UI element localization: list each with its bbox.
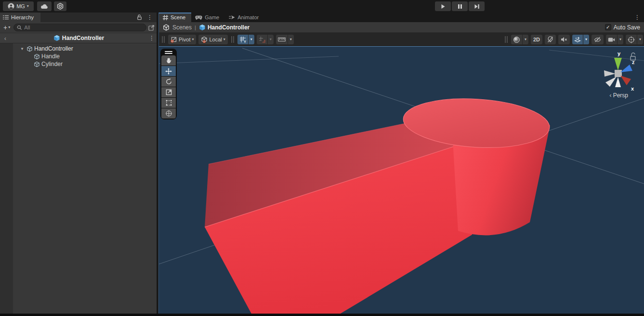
prefab-cube-icon	[199, 24, 206, 31]
gizmos-icon	[628, 36, 635, 43]
tab-scene[interactable]: Scene	[159, 13, 191, 22]
rotate-icon	[165, 78, 172, 85]
breadcrumb-scenes[interactable]: Scenes	[172, 24, 192, 31]
breadcrumb-current[interactable]: HandController	[199, 24, 250, 31]
palette-drag-handle[interactable]	[161, 50, 176, 55]
scene-visibility-button[interactable]	[591, 35, 604, 44]
draw-mode-caret[interactable]: ▾	[523, 35, 528, 44]
hand-controller-object[interactable]	[205, 95, 551, 314]
drag-handle-icon[interactable]	[231, 36, 234, 43]
pause-icon	[458, 4, 462, 9]
drag-handle-icon[interactable]	[162, 36, 165, 43]
tab-animator[interactable]: Animator	[225, 13, 264, 22]
grid-toggle-button[interactable]: Y	[237, 35, 248, 44]
auto-save-checkbox[interactable]: ✓	[605, 24, 611, 30]
scene-viewport[interactable]: y z x ‹ Persp	[159, 46, 644, 314]
2d-toggle-button[interactable]: 2D	[531, 35, 542, 44]
caret-icon: ▾	[270, 38, 272, 41]
projection-toggle[interactable]: ‹ Persp	[609, 92, 628, 99]
cloud-button[interactable]	[37, 1, 52, 11]
tree-row-handle[interactable]: Handle	[0, 53, 157, 60]
measure-button[interactable]	[276, 35, 288, 44]
light-off-icon	[547, 36, 553, 43]
move-icon	[165, 67, 172, 75]
tree-row-cylinder[interactable]: Cylinder	[0, 60, 157, 68]
scene-toolbar: Pivot ▾ Local ▾ Y	[159, 33, 644, 46]
unlock-icon[interactable]	[137, 14, 142, 20]
add-object-caret-icon: ▾	[8, 26, 10, 29]
pause-button[interactable]	[452, 1, 468, 11]
lighting-toggle-button[interactable]	[545, 35, 556, 44]
scale-tool[interactable]	[161, 87, 176, 97]
grid-options-caret[interactable]: ▾	[249, 35, 254, 44]
prefab-menu-button[interactable]: ⋮	[147, 35, 157, 41]
rect-tool-icon	[165, 99, 172, 106]
view-hand-tool[interactable]	[161, 55, 176, 66]
effects-toggle-button[interactable]	[572, 35, 583, 44]
effects-icon	[574, 36, 581, 43]
axis-x-cone[interactable]	[620, 76, 631, 85]
shading-sphere-icon	[513, 36, 520, 43]
picker-icon[interactable]	[148, 25, 155, 31]
step-button[interactable]	[469, 1, 485, 11]
local-dropdown[interactable]: Local ▾	[198, 35, 227, 44]
scene-menu-button[interactable]: ⋮	[634, 14, 640, 21]
axis-y-cone[interactable]	[614, 58, 622, 70]
local-cube-icon	[201, 36, 208, 43]
animator-icon	[229, 15, 235, 20]
snap-options-caret[interactable]: ▾	[268, 35, 274, 44]
hierarchy-tree: ▼ HandController Handle Cylin	[0, 43, 157, 314]
gamepad-icon	[195, 15, 202, 20]
hidden-eye-icon	[594, 37, 601, 42]
search-input[interactable]	[24, 25, 143, 30]
scene-render	[159, 47, 644, 314]
pivot-icon	[171, 36, 177, 43]
play-icon	[440, 4, 446, 9]
auto-save-label: Auto Save	[614, 24, 640, 31]
gameobject-cube-icon	[34, 53, 40, 60]
hierarchy-search[interactable]	[13, 24, 146, 31]
audio-toggle-button[interactable]	[558, 35, 570, 44]
snap-toggle-button[interactable]	[257, 35, 267, 44]
tool-palette	[160, 49, 177, 119]
check-icon: ✓	[606, 25, 610, 30]
tab-game[interactable]: Game	[191, 13, 225, 22]
gameobject-cube-icon	[26, 46, 33, 52]
prefab-back-button[interactable]: ‹	[0, 33, 11, 43]
move-tool[interactable]	[161, 66, 176, 76]
auto-save-toggle[interactable]: ✓ Auto Save	[605, 24, 640, 31]
play-button[interactable]	[435, 1, 451, 11]
transform-tool[interactable]	[161, 108, 176, 118]
gizmos-caret[interactable]: ▾	[637, 35, 643, 44]
plus-icon: +	[3, 24, 7, 31]
add-object-button[interactable]: + ▾	[2, 24, 12, 31]
expand-triangle-icon[interactable]: ▼	[20, 47, 25, 51]
settings-button[interactable]	[54, 1, 66, 11]
measure-caret[interactable]: ▾	[288, 35, 294, 44]
pivot-dropdown[interactable]: Pivot ▾	[168, 35, 196, 44]
account-button[interactable]: MG ▾	[3, 1, 34, 11]
camera-caret[interactable]: ▾	[618, 35, 623, 44]
tree-row-handcontroller[interactable]: ▼ HandController	[0, 45, 157, 53]
tab-game-label: Game	[205, 14, 219, 20]
user-icon	[8, 3, 14, 10]
2d-label: 2D	[533, 37, 540, 42]
orientation-gizmo[interactable]: y z x	[596, 50, 641, 98]
caret-icon: ▾	[619, 38, 621, 41]
draw-mode-control: ▾	[511, 35, 528, 44]
caret-icon: ▾	[525, 38, 526, 41]
drag-handle-icon[interactable]	[505, 36, 508, 43]
caret-icon: ▾	[250, 38, 252, 41]
gizmos-button[interactable]	[626, 35, 637, 44]
tree-label: Cylinder	[41, 61, 63, 67]
axis-z-cone[interactable]	[620, 65, 632, 72]
camera-button[interactable]	[606, 35, 617, 44]
grid-snap-icon: Y	[239, 36, 246, 43]
hierarchy-menu-button[interactable]: ⋮	[147, 14, 153, 21]
effects-caret[interactable]: ▾	[583, 35, 589, 44]
effects-control: ▾	[572, 35, 589, 44]
rect-tool[interactable]	[161, 98, 176, 108]
draw-mode-button[interactable]	[511, 35, 522, 44]
rotate-tool[interactable]	[161, 77, 176, 87]
tab-hierarchy[interactable]: Hierarchy	[0, 13, 40, 22]
